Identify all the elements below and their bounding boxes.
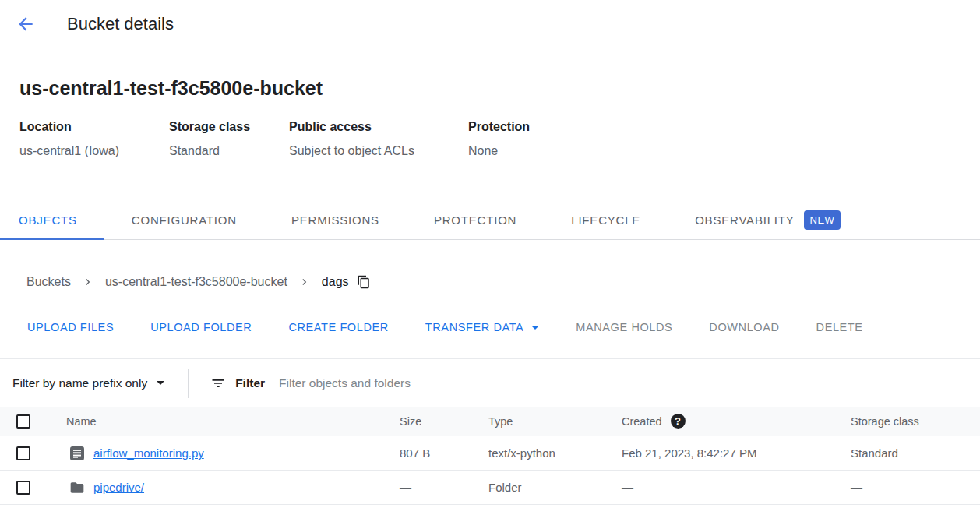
create-folder-button[interactable]: CREATE FOLDER	[288, 321, 388, 333]
meta-value: Subject to object ACLs	[289, 144, 468, 158]
created-cell: —	[622, 481, 851, 494]
tab-observability[interactable]: OBSERVABILITY NEW	[668, 201, 868, 239]
meta-protection: Protection None	[468, 120, 530, 158]
breadcrumb-buckets[interactable]: Buckets	[26, 275, 71, 289]
name-cell: airflow_monitoring.py	[66, 446, 400, 461]
tab-label: OBJECTS	[19, 213, 77, 227]
bucket-summary: us-central1-test-f3c5800e-bucket Locatio…	[0, 75, 980, 158]
tab-configuration[interactable]: CONFIGURATION	[104, 201, 264, 239]
chevron-right-icon	[82, 276, 94, 288]
created-label: Created	[622, 415, 662, 428]
meta-label: Protection	[468, 120, 530, 134]
new-badge: NEW	[804, 210, 841, 230]
top-header: Bucket details	[0, 0, 980, 48]
select-all-checkbox[interactable]	[16, 414, 30, 429]
table-row: airflow_monitoring.py 807 B text/x-pytho…	[0, 436, 980, 471]
header-checkbox-cell	[0, 414, 66, 429]
bucket-meta-row: Location us-central1 (Iowa) Storage clas…	[19, 120, 980, 158]
tab-objects[interactable]: OBJECTS	[0, 201, 104, 239]
tab-protection[interactable]: PROTECTION	[407, 201, 544, 239]
filter-scope-label: Filter by name prefix only	[12, 376, 147, 390]
breadcrumb: Buckets us-central1-test-f3c5800e-bucket…	[0, 240, 980, 291]
type-cell: text/x-python	[488, 446, 622, 460]
download-button[interactable]: DOWNLOAD	[709, 321, 779, 333]
meta-value: us-central1 (Iowa)	[19, 144, 169, 158]
column-header-created[interactable]: Created ?	[622, 414, 851, 429]
object-link[interactable]: pipedrive/	[93, 481, 144, 494]
manage-holds-button[interactable]: MANAGE HOLDS	[576, 321, 672, 333]
column-header-name[interactable]: Name	[66, 415, 400, 428]
page-title: Bucket details	[67, 14, 174, 34]
column-header-storage-class[interactable]: Storage class	[851, 415, 980, 428]
row-checkbox[interactable]	[16, 481, 30, 495]
created-cell: Feb 21, 2023, 8:42:27 PM	[622, 446, 851, 460]
meta-label: Public access	[289, 120, 468, 134]
object-link[interactable]: airflow_monitoring.py	[93, 446, 204, 460]
tab-label: PERMISSIONS	[291, 213, 379, 227]
tab-permissions[interactable]: PERMISSIONS	[264, 201, 407, 239]
upload-folder-button[interactable]: UPLOAD FOLDER	[150, 321, 252, 333]
tab-lifecycle[interactable]: LIFECYCLE	[544, 201, 668, 239]
breadcrumb-bucket-name[interactable]: us-central1-test-f3c5800e-bucket	[105, 275, 287, 289]
filter-list-icon	[210, 376, 226, 391]
upload-files-button[interactable]: UPLOAD FILES	[27, 321, 114, 333]
filter-scope-dropdown[interactable]: Filter by name prefix only	[12, 376, 164, 390]
transfer-data-button[interactable]: TRANSFER DATA	[425, 321, 540, 333]
tab-bar: OBJECTS CONFIGURATION PERMISSIONS PROTEC…	[0, 201, 980, 240]
bucket-details-page: Bucket details us-central1-test-f3c5800e…	[0, 0, 980, 522]
size-cell: —	[400, 481, 488, 494]
row-checkbox-cell	[0, 481, 66, 495]
name-cell: pipedrive/	[66, 480, 400, 496]
vertical-divider	[188, 369, 189, 398]
meta-location: Location us-central1 (Iowa)	[19, 120, 169, 158]
filter-bar: Filter by name prefix only Filter	[0, 358, 980, 407]
chevron-down-icon	[157, 381, 164, 385]
filter-label: Filter	[235, 376, 265, 390]
delete-button[interactable]: DELETE	[816, 321, 863, 333]
tab-label: CONFIGURATION	[132, 213, 237, 227]
filter-input[interactable]	[279, 376, 606, 390]
table-row: pipedrive/ — Folder — —	[0, 471, 980, 505]
chevron-right-icon	[298, 276, 311, 288]
row-checkbox-cell	[0, 446, 66, 460]
back-arrow-icon[interactable]	[16, 14, 36, 34]
tab-label: PROTECTION	[434, 213, 516, 227]
transfer-data-label: TRANSFER DATA	[425, 321, 524, 333]
size-cell: 807 B	[400, 446, 488, 460]
copy-icon[interactable]	[357, 275, 371, 289]
object-toolbar: UPLOAD FILES UPLOAD FOLDER CREATE FOLDER…	[0, 302, 980, 352]
meta-label: Storage class	[169, 120, 289, 134]
table-header-row: Name Size Type Created ? Storage class	[0, 407, 980, 436]
tab-label: LIFECYCLE	[571, 213, 640, 227]
meta-value: None	[468, 144, 530, 158]
meta-value: Standard	[169, 144, 289, 158]
type-cell: Folder	[488, 481, 622, 494]
column-header-type[interactable]: Type	[488, 415, 622, 428]
meta-public-access: Public access Subject to object ACLs	[289, 120, 468, 158]
meta-storage-class: Storage class Standard	[169, 120, 289, 158]
column-header-size[interactable]: Size	[400, 415, 488, 428]
tab-label: OBSERVABILITY	[695, 213, 794, 227]
folder-icon	[69, 480, 85, 496]
meta-label: Location	[19, 120, 169, 134]
row-checkbox[interactable]	[16, 446, 30, 460]
help-icon[interactable]: ?	[671, 414, 686, 429]
storage-class-cell: —	[851, 481, 980, 494]
storage-class-cell: Standard	[851, 446, 980, 460]
breadcrumb-current-folder: dags	[322, 275, 349, 289]
chevron-down-icon	[531, 326, 539, 330]
bucket-name: us-central1-test-f3c5800e-bucket	[19, 75, 980, 101]
file-icon	[69, 446, 85, 461]
objects-table: Name Size Type Created ? Storage class a…	[0, 407, 980, 505]
